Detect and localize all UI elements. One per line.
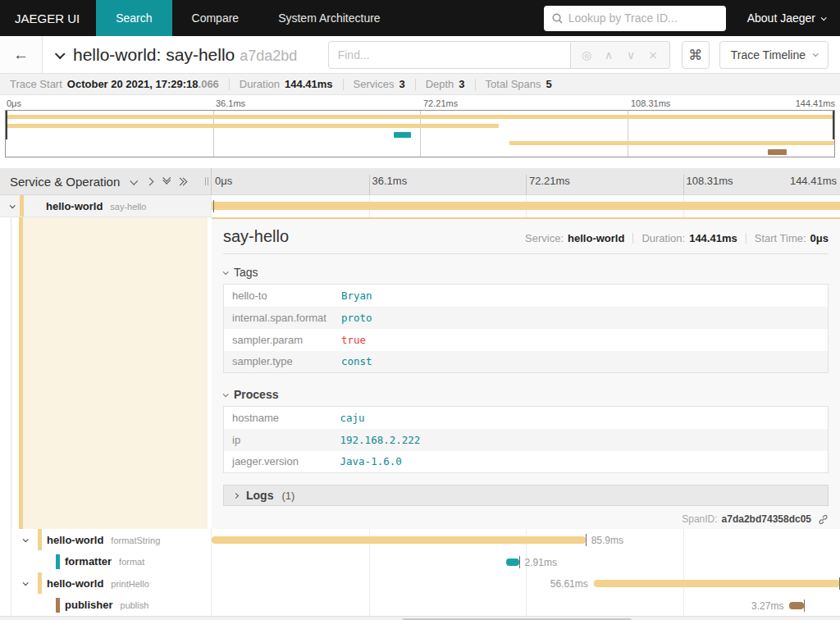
about-jaeger-menu[interactable]: About Jaeger <box>741 0 840 36</box>
service-operation-header: Service & Operation <box>0 168 212 194</box>
span-service-name[interactable]: hello-worldsay-hello <box>46 200 146 212</box>
kv-key: internal.span.format <box>224 307 333 329</box>
nav-spacer <box>400 0 544 36</box>
span-service-name[interactable]: hello-worldformatString <box>47 534 160 546</box>
minimap-span-say-hello <box>6 115 834 119</box>
double-chevron-down-icon[interactable] <box>163 179 169 184</box>
span-end-tick <box>586 534 587 546</box>
span-operation-name: formatString <box>111 536 160 545</box>
kv-row-sampler.param: sampler.paramtrue <box>224 329 829 351</box>
trace-lookup-input[interactable] <box>568 11 718 25</box>
minimap-axis: 0μs36.1ms72.21ms108.31ms144.41ms <box>5 97 835 110</box>
main-nav: SearchCompareSystem Architecture <box>96 0 399 36</box>
logs-section-header[interactable]: Logs (1) <box>223 485 829 506</box>
span-row-say-hello[interactable]: hello-worldsay-hello <box>0 195 840 217</box>
span-duration-label: 3.27ms <box>751 600 783 612</box>
span-duration-bar[interactable] <box>212 536 586 544</box>
span-operation-name: format <box>119 557 144 567</box>
expand-one-icon[interactable] <box>147 179 153 185</box>
meta-label: Service: <box>525 232 564 244</box>
span-bar-cell-formatString[interactable]: 85.9ms <box>212 529 840 550</box>
detail-meta-item: Start Time:0μs <box>755 232 829 244</box>
prev-result-icon[interactable]: ∧ <box>598 48 620 62</box>
span-color-strip <box>56 598 60 613</box>
meta-value: 144.41ms <box>689 232 737 244</box>
kv-value: const <box>333 351 829 373</box>
back-button[interactable]: ← <box>0 36 43 73</box>
span-detail-panel: say-hello Service:hello-worldDuration:14… <box>212 217 840 529</box>
jaeger-trace-page: JAEGER UI SearchCompareSystem Architectu… <box>0 0 840 620</box>
timeline-minimap: 0μs36.1ms72.21ms108.31ms144.41ms <box>0 95 840 164</box>
summary-value-suffix: .066 <box>199 78 219 90</box>
span-duration-bar[interactable] <box>212 202 840 210</box>
collapse-all-icon[interactable] <box>130 179 136 185</box>
search-icon <box>552 13 563 24</box>
span-names-column: hello-worldformatStringformatterformathe… <box>0 529 212 616</box>
span-bar-cell-printHello[interactable]: 56.61ms <box>212 572 840 594</box>
about-jaeger-label: About Jaeger <box>747 11 815 25</box>
span-color-strip <box>56 554 60 569</box>
span-start-tick <box>213 200 214 212</box>
viewport-handle-left[interactable] <box>6 111 7 139</box>
tags-section-header[interactable]: Tags <box>223 262 829 282</box>
minimap-canvas[interactable] <box>5 110 835 157</box>
span-bar-cell-publish[interactable]: 3.27ms <box>212 595 840 616</box>
kv-value: proto <box>333 307 829 329</box>
span-id-value: a7da2bd74358dc05 <box>722 513 811 525</box>
summary-label: Depth <box>426 78 454 90</box>
match-indicator-icon[interactable]: ◎ <box>576 48 598 62</box>
span-duration-bar[interactable] <box>594 580 840 587</box>
span-name-cell-printHello[interactable]: hello-worldprintHello <box>0 572 211 594</box>
kv-key: sampler.param <box>224 329 333 351</box>
chevron-down-icon <box>223 391 229 397</box>
column-resize-grip[interactable] <box>205 177 208 185</box>
meta-value: 0μs <box>810 232 829 244</box>
span-operation-name: say-hello <box>110 202 146 212</box>
keyboard-shortcuts-button[interactable]: ⌘ <box>682 41 710 69</box>
clear-find-icon[interactable]: × <box>642 48 664 62</box>
span-name-cell-format[interactable]: formatterformat <box>0 551 211 572</box>
nav-tab-compare[interactable]: Compare <box>172 0 259 36</box>
summary-trace-start: Trace StartOctober 20 2021, 17:29:18.066 <box>10 78 219 90</box>
nav-tab-search[interactable]: Search <box>96 0 171 36</box>
summary-services: Services3 <box>354 78 405 90</box>
summary-duration: Duration144.41ms <box>240 78 333 90</box>
nav-tab-system-architecture[interactable]: System Architecture <box>258 0 400 36</box>
app-logo[interactable]: JAEGER UI <box>0 0 96 36</box>
trace-view-selector[interactable]: Trace Timeline <box>719 41 829 69</box>
span-toggle-chevron[interactable] <box>23 580 29 586</box>
span-name-cell-publish[interactable]: publisherpublish <box>0 595 211 616</box>
span-bar-cell[interactable] <box>212 195 840 217</box>
find-input[interactable] <box>328 41 571 69</box>
chevron-down-icon <box>223 269 229 275</box>
next-result-icon[interactable]: ∨ <box>620 48 642 62</box>
viewport-handle-right[interactable] <box>833 111 834 139</box>
span-duration-label: 2.91ms <box>525 557 557 568</box>
span-bar-cell-format[interactable]: 2.91ms <box>212 551 840 572</box>
minimap-tick-label: 36.1ms <box>216 98 245 108</box>
trace-id: a7da2bd <box>240 48 297 64</box>
span-duration-bar[interactable] <box>506 558 518 566</box>
meta-separator <box>746 233 746 244</box>
detail-meta: Service:hello-worldDuration:144.41msStar… <box>525 232 829 244</box>
double-chevron-right-icon[interactable] <box>180 179 186 185</box>
span-service-name[interactable]: formatterformat <box>65 555 144 568</box>
deep-link-icon[interactable] <box>818 514 829 525</box>
collapse-trace-chevron-icon[interactable] <box>55 48 66 59</box>
kv-value: 192.168.2.222 <box>332 429 829 451</box>
span-duration-bar[interactable] <box>789 602 803 609</box>
trace-toolbar: ← hello-world: say-helloa7da2bd ◎∧∨× ⌘ T… <box>0 36 840 74</box>
span-name-cell-formatString[interactable]: hello-worldformatString <box>0 529 211 550</box>
summary-label: Trace Start <box>10 78 62 90</box>
span-service-name[interactable]: hello-worldprintHello <box>47 577 149 590</box>
process-section-header[interactable]: Process <box>223 385 829 404</box>
span-service-name[interactable]: publisherpublish <box>65 599 148 611</box>
meta-label: Start Time: <box>755 232 806 244</box>
logs-title: Logs <box>246 489 273 502</box>
kv-value: true <box>333 329 829 351</box>
trace-lookup-box <box>544 6 726 31</box>
span-name-cell[interactable]: hello-worldsay-hello <box>0 195 212 217</box>
horizontal-scrollbar[interactable] <box>0 616 840 620</box>
span-toggle-chevron[interactable] <box>23 536 29 542</box>
span-toggle-chevron[interactable] <box>10 203 16 208</box>
